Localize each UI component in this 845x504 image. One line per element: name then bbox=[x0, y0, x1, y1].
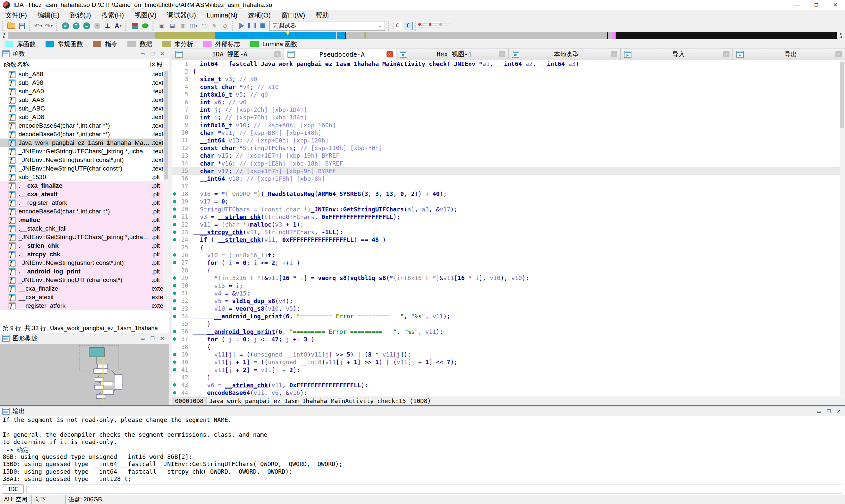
panel-maximize-icon[interactable]: ▭ bbox=[814, 407, 824, 415]
pseudocode-line[interactable]: 15 char v17; // [xsp+1F7h] [xbp-9h] BYRE… bbox=[172, 167, 845, 175]
output-log[interactable]: If the segment is not read-only, please … bbox=[0, 416, 845, 483]
breakpoint-dot[interactable] bbox=[173, 276, 176, 280]
breakpoint-gutter[interactable] bbox=[172, 253, 178, 257]
breakpoint-gutter[interactable] bbox=[172, 391, 178, 395]
function-row[interactable]: __cxa_finalizeextern bbox=[0, 284, 169, 293]
nav-forward-icon[interactable]: ↷▾ bbox=[44, 21, 53, 30]
function-row[interactable]: .__cxa_atexit.plt bbox=[0, 190, 169, 199]
function-row[interactable]: sub_AD8.text bbox=[0, 113, 169, 121]
menu-item[interactable]: 帮助 bbox=[310, 10, 334, 20]
function-row[interactable]: _JNIEnv::NewString(ushort const*,int).te… bbox=[0, 156, 169, 164]
breakpoint-gutter[interactable] bbox=[172, 238, 178, 241]
breakpoint-gutter[interactable] bbox=[172, 215, 178, 218]
breakpoint-gutter[interactable] bbox=[172, 353, 178, 356]
graph-overview-minimap[interactable] bbox=[0, 344, 169, 407]
function-row[interactable]: _JNIEnv::GetStringUTFChars(_jstring *,uc… bbox=[0, 147, 169, 156]
breakpoint-flag-icon[interactable] bbox=[130, 21, 139, 30]
panel-splitter[interactable] bbox=[169, 48, 172, 407]
panel-float-icon[interactable]: ❐ bbox=[147, 50, 157, 58]
debug-braces-icon[interactable]: ▥ bbox=[178, 21, 188, 30]
pseudocode-line[interactable]: 35 } bbox=[172, 320, 845, 327]
navband-segment[interactable] bbox=[616, 32, 837, 39]
breakpoint-dot[interactable] bbox=[173, 192, 176, 196]
pseudocode-line[interactable]: 25 { bbox=[172, 244, 845, 251]
pseudocode-line[interactable]: 2{ bbox=[172, 68, 845, 75]
pseudocode-line[interactable]: 27 for ( i = 0; i <= 2; ++i ) bbox=[172, 259, 845, 267]
pseudocode-line[interactable]: 7 int j; // [xsp+2Ch] [xbp-1D4h] bbox=[172, 106, 845, 113]
nav-back-icon[interactable]: ↶▾ bbox=[34, 21, 43, 30]
breakpoint-gutter[interactable] bbox=[172, 368, 178, 372]
functions-column-header[interactable]: 函数名称 区段 bbox=[0, 59, 169, 70]
breakpoint-gutter[interactable] bbox=[172, 231, 178, 234]
breakpoint-dot[interactable] bbox=[173, 238, 176, 241]
pseudocode-line[interactable]: 44 encodeBase64(v11, v6, &v16); bbox=[172, 389, 845, 396]
panel-float-icon[interactable]: ❐ bbox=[824, 407, 834, 415]
panel-close-icon[interactable]: ✕ bbox=[157, 335, 168, 342]
breakpoint-gutter[interactable] bbox=[172, 299, 178, 303]
tab-close-icon[interactable]: ✕ bbox=[835, 51, 842, 57]
breakpoint-dot[interactable] bbox=[173, 299, 176, 303]
pseudocode-line[interactable]: 11 __int64 v13; // [xsp+E0h] [xbp-120h] bbox=[172, 137, 845, 144]
pseudocode-line[interactable]: 33 v10 = veorq_s8(v10, v5); bbox=[172, 305, 845, 312]
tab-close-icon[interactable]: ✕ bbox=[723, 51, 729, 57]
function-row[interactable]: sub_A88.text bbox=[0, 70, 169, 78]
function-row[interactable]: sub_AA8.text bbox=[0, 96, 169, 104]
breakpoint-gutter[interactable] bbox=[172, 292, 178, 295]
pseudocode-line[interactable]: 16 __int64 v18; // [xsp+1F8h] [xbp-8h] bbox=[172, 175, 845, 182]
navband-left-arrows[interactable]: ◀▶ bbox=[0, 32, 8, 39]
pseudocode-line[interactable]: 28 { bbox=[172, 267, 845, 274]
breakpoint-dot[interactable] bbox=[173, 338, 176, 341]
menu-item[interactable]: 搜索(H) bbox=[96, 10, 129, 20]
function-row[interactable]: sub_A98.text bbox=[0, 78, 169, 87]
functions-scrollbar[interactable] bbox=[163, 70, 169, 311]
pseudocode-line[interactable]: 30 v15 = i; bbox=[172, 282, 845, 289]
pseudocode-line[interactable]: 5 int8x16_t v5; // q0 bbox=[172, 91, 845, 98]
navband-segment[interactable] bbox=[608, 32, 612, 39]
jump-address-icon[interactable]: # bbox=[61, 21, 70, 30]
function-row[interactable]: _JNIEnv::NewString(ushort const*,int).pl… bbox=[0, 258, 169, 267]
function-row[interactable]: sub_1530.plt bbox=[0, 173, 169, 181]
breakpoint-list-icon[interactable] bbox=[420, 21, 429, 30]
debug-snapshot-icon[interactable]: ▣ bbox=[157, 21, 166, 30]
pseudocode-line[interactable]: 10 char *v11; // [xsp+B8h] [xbp-148h] bbox=[172, 129, 845, 137]
debugger-select[interactable]: 无调试器⌄ bbox=[269, 21, 385, 31]
pause-process-icon[interactable] bbox=[248, 21, 257, 30]
function-row[interactable]: _JNIEnv::NewStringUTF(char const*).plt bbox=[0, 276, 169, 284]
breakpoint-dot[interactable] bbox=[173, 231, 176, 234]
function-row[interactable]: decodeBase64(char *,int,char **).text bbox=[0, 130, 169, 139]
column-segment[interactable]: 区段 bbox=[150, 60, 169, 69]
menu-item[interactable]: 跳转(J) bbox=[65, 10, 96, 20]
navband-segment[interactable] bbox=[8, 32, 155, 39]
pseudocode-view[interactable]: 1__int64 __fastcall Java_work_pangbai_ez… bbox=[172, 60, 845, 396]
debug-windows-icon[interactable]: ◫▾ bbox=[189, 21, 198, 30]
panel-close-icon[interactable]: ✕ bbox=[157, 50, 168, 58]
breakpoint-disabled-icon[interactable] bbox=[441, 21, 450, 30]
breakpoint-dot[interactable] bbox=[173, 208, 176, 211]
minimize-icon[interactable]: — bbox=[788, 0, 807, 10]
pseudocode-scrollbar[interactable] bbox=[840, 60, 845, 396]
idc-language-button[interactable]: IDC bbox=[2, 484, 24, 494]
tab-close-icon[interactable]: ✕ bbox=[499, 51, 505, 57]
breakpoint-dot[interactable] bbox=[173, 330, 176, 333]
debug-pause-icon[interactable]: ▤ bbox=[168, 21, 177, 30]
tab-close-icon[interactable]: ✕ bbox=[611, 51, 617, 57]
menu-item[interactable]: 视图(V) bbox=[129, 10, 162, 20]
breakpoint-dot[interactable] bbox=[173, 368, 176, 372]
function-row[interactable]: .malloc.plt bbox=[0, 216, 169, 224]
panel-close-icon[interactable]: ✕ bbox=[834, 407, 844, 415]
panel-float-icon[interactable]: ❐ bbox=[147, 335, 157, 342]
pseudocode-line[interactable]: 18 v18 = *(_QWORD *)(_ReadStatusReg(ARM6… bbox=[172, 190, 845, 198]
breakpoint-dot[interactable] bbox=[173, 315, 176, 318]
menu-item[interactable]: 编辑(E) bbox=[32, 10, 65, 20]
breakpoint-dot[interactable] bbox=[173, 200, 176, 203]
pseudocode-line[interactable]: 1__int64 __fastcall Java_work_pangbai_ez… bbox=[172, 60, 845, 68]
pseudocode-line[interactable]: 4 const char *v4; // x10 bbox=[172, 83, 845, 91]
scrollbar-thumb[interactable] bbox=[840, 62, 844, 128]
breakpoint-dot[interactable] bbox=[173, 284, 176, 287]
pseudocode-line[interactable]: 23 __strcpy_chk(v11, StringUTFChars, -1L… bbox=[172, 228, 845, 236]
pseudocode-line[interactable]: 42 } bbox=[172, 374, 845, 381]
jump-name-icon[interactable]: T bbox=[71, 21, 81, 30]
jump-problem-icon[interactable]: + bbox=[92, 21, 102, 30]
pseudocode-line[interactable]: 39 v11[j] = ((unsigned __int8)v11[j] >> … bbox=[172, 350, 845, 358]
trace-icon[interactable] bbox=[141, 21, 150, 30]
